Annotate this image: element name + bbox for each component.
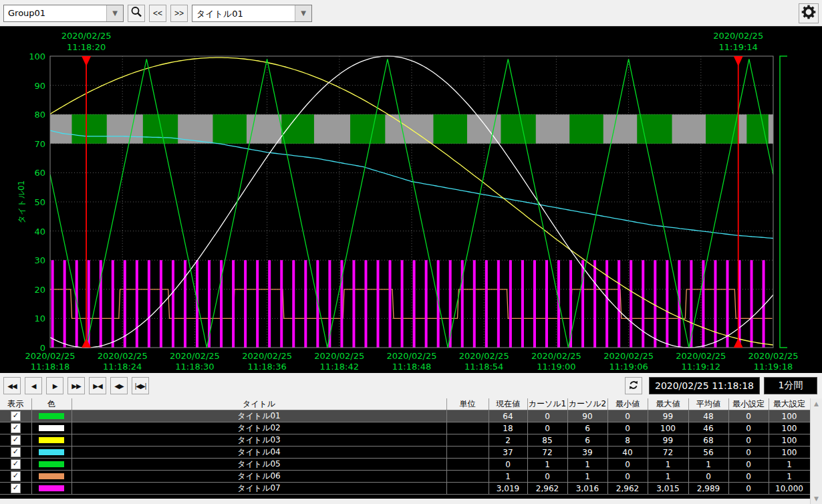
- value-min-setting: 0: [728, 483, 769, 495]
- value-cursor1: 85: [527, 434, 567, 447]
- column-header-avg[interactable]: 平均値: [688, 398, 728, 410]
- value-avg: 2,989: [688, 483, 728, 495]
- value-min-setting: 0: [728, 434, 769, 447]
- square-wave-series: [50, 289, 772, 319]
- refresh-button[interactable]: [625, 377, 642, 394]
- visibility-checkbox[interactable]: ✓: [11, 483, 21, 493]
- column-header-min-setting[interactable]: 最小設定: [728, 398, 769, 410]
- column-header-min[interactable]: 最小値: [607, 398, 648, 410]
- scrollbar-up-button[interactable]: ▲: [811, 398, 822, 409]
- column-header-cursor2[interactable]: カーソル2: [567, 398, 607, 410]
- column-header-cursor1[interactable]: カーソル1: [527, 398, 567, 410]
- value-min: 0: [607, 410, 648, 422]
- svg-text:11:18:18: 11:18:18: [31, 362, 70, 372]
- cursor-2-top-marker-icon[interactable]: [734, 56, 743, 66]
- series-title: タイトル07: [72, 483, 446, 495]
- value-max-setting: 1: [769, 459, 810, 471]
- settings-button[interactable]: [799, 3, 819, 23]
- column-header-color[interactable]: 色: [31, 398, 72, 410]
- series-unit: [446, 459, 489, 471]
- current-time-display: 2020/02/25 11:18:18: [649, 377, 760, 394]
- scrollbar-down-button[interactable]: ▼: [811, 493, 822, 504]
- svg-text:2020/02/25: 2020/02/25: [170, 351, 220, 361]
- table-row[interactable]: ✓タイトル0218060100460100: [0, 422, 810, 434]
- value-min-setting: 0: [728, 447, 769, 459]
- visibility-checkbox[interactable]: ✓: [11, 435, 21, 445]
- table-header-row: 表示色タイトル単位現在値カーソル1カーソル2最小値最大値平均値最小設定最大設定: [0, 398, 810, 410]
- series-unit: [446, 410, 489, 422]
- trend-plot[interactable]: 0102030405060708090100タイトル012020/02/2511…: [0, 27, 822, 373]
- value-cursor2: 6: [567, 434, 607, 447]
- value-max-setting: 10,000: [769, 483, 810, 495]
- svg-text:40: 40: [34, 227, 45, 237]
- visibility-checkbox[interactable]: ✓: [11, 411, 21, 421]
- value-current: 2: [489, 434, 527, 447]
- svg-text:90: 90: [34, 81, 45, 91]
- value-max: 1: [648, 471, 688, 483]
- next-label: >>: [174, 9, 184, 18]
- value-avg: 48: [688, 410, 728, 422]
- column-header-title[interactable]: タイトル: [72, 398, 446, 410]
- value-current: 3,019: [489, 483, 527, 495]
- next-title-button[interactable]: >>: [170, 5, 188, 22]
- table-row[interactable]: ✓タイトル0164090099480100: [0, 410, 810, 422]
- svg-text:11:18:36: 11:18:36: [247, 362, 286, 372]
- value-cursor2: 1: [567, 471, 607, 483]
- group-select[interactable]: Group01 ▼: [3, 5, 124, 22]
- table-row[interactable]: ✓タイトル032856899680100: [0, 434, 810, 447]
- value-min: 2,962: [607, 483, 648, 495]
- color-swatch: [39, 485, 64, 491]
- value-current: 37: [489, 447, 527, 459]
- series-title: タイトル02: [72, 422, 446, 434]
- jump-start-button[interactable]: ◀◀: [3, 377, 21, 394]
- prev-label: <<: [153, 9, 162, 18]
- value-cursor1: 0: [527, 410, 567, 422]
- series-unit: [446, 422, 489, 434]
- value-avg: 1: [688, 459, 728, 471]
- table-row[interactable]: ✓タイトル0501101101: [0, 459, 810, 471]
- cursor-1-top-marker-icon[interactable]: [82, 56, 91, 66]
- svg-text:11:19:12: 11:19:12: [682, 362, 720, 372]
- visibility-checkbox[interactable]: ✓: [11, 459, 21, 469]
- column-header-current[interactable]: 現在値: [489, 398, 527, 410]
- cursors-apart-button[interactable]: ◀▶: [110, 377, 128, 394]
- svg-text:11:18:30: 11:18:30: [175, 362, 214, 372]
- bottom-toolbar: ◀◀◀▶▶▶▶◀◀▶|◀▶| 2020/02/25 11:18:18 1分間: [0, 373, 822, 398]
- title-select-value: タイトル01: [192, 5, 295, 21]
- chevron-down-icon[interactable]: ▼: [295, 5, 311, 21]
- chevron-down-icon[interactable]: ▼: [106, 5, 123, 21]
- prev-title-button[interactable]: <<: [149, 5, 166, 22]
- series-title: タイトル05: [72, 459, 446, 471]
- cursors-together-button[interactable]: ▶◀: [89, 377, 106, 394]
- color-swatch: [39, 449, 64, 455]
- series-title: タイトル03: [72, 434, 446, 447]
- column-header-max[interactable]: 最大値: [648, 398, 688, 410]
- title-select[interactable]: タイトル01 ▼: [192, 5, 312, 22]
- value-max: 100: [648, 422, 688, 434]
- cursor-2-date-label: 2020/02/25: [713, 31, 763, 41]
- column-header-show[interactable]: 表示: [0, 398, 31, 410]
- cursor-2[interactable]: 2020/02/2511:19:14: [713, 31, 763, 348]
- table-scrollbar[interactable]: ▲ ▼: [810, 398, 822, 504]
- nav-buttons: ◀◀◀▶▶▶▶◀◀▶|◀▶|: [3, 377, 149, 394]
- jump-forward-button[interactable]: ▶▶: [67, 377, 85, 394]
- column-header-unit[interactable]: 単位: [446, 398, 489, 410]
- search-button[interactable]: [128, 5, 145, 22]
- column-header-max-setting[interactable]: 最大設定: [769, 398, 810, 410]
- value-min: 8: [607, 434, 648, 447]
- fit-cursors-button[interactable]: |◀▶|: [132, 377, 149, 394]
- table-row[interactable]: ✓タイトル043772394072560100: [0, 447, 810, 459]
- svg-text:10: 10: [34, 313, 45, 324]
- svg-text:2020/02/25: 2020/02/25: [98, 351, 148, 361]
- visibility-checkbox[interactable]: ✓: [11, 471, 21, 481]
- current-time-value: 2020/02/25 11:18:18: [655, 380, 754, 391]
- table-row[interactable]: ✓タイトル073,0192,9623,0162,9623,0152,989010…: [0, 483, 810, 495]
- visibility-checkbox[interactable]: ✓: [11, 423, 21, 433]
- step-forward-button[interactable]: ▶: [46, 377, 63, 394]
- visibility-checkbox[interactable]: ✓: [11, 447, 21, 457]
- step-back-button[interactable]: ◀: [25, 377, 42, 394]
- table-row[interactable]: ✓タイトル0610101001: [0, 471, 810, 483]
- cursor-1[interactable]: 2020/02/2511:18:20: [61, 31, 112, 348]
- value-current: 64: [489, 410, 527, 422]
- series-table-region: 表示色タイトル単位現在値カーソル1カーソル2最小値最大値平均値最小設定最大設定✓…: [0, 398, 822, 504]
